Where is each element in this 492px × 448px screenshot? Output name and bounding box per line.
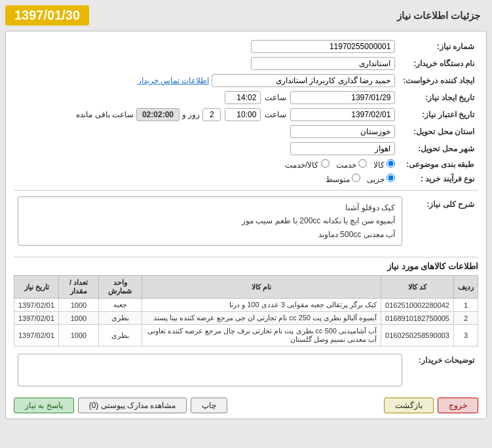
info-table: شماره نیاز: نام دستگاه خریدار: ایجاد کنن… xyxy=(14,38,478,186)
create-date-input[interactable] xyxy=(290,91,395,104)
table-row: 2 0168910182750005 آبمیوه آلبالو بطری پت… xyxy=(14,312,478,325)
city-cell xyxy=(14,140,399,157)
page-title: جزئیات اطلاعات نیاز xyxy=(390,7,487,24)
create-time-input[interactable] xyxy=(225,91,261,104)
left-buttons: خروج بازگشت xyxy=(384,398,478,413)
row2-unit: بطری xyxy=(98,312,142,325)
table-row: 3 0160250258590003 آب آشامیدنی 500 cc بط… xyxy=(14,325,478,346)
city-label: شهر محل تحویل: xyxy=(399,140,478,157)
row1-name: کیک برگر پرتقالی جعبه مقوایی 3 عددی 100 … xyxy=(142,299,381,312)
print-button[interactable]: چاپ xyxy=(191,398,227,413)
row2-name: آبمیوه آلبالو بطری پت 250 cc نام تجارتی … xyxy=(142,312,381,325)
expire-date-input[interactable] xyxy=(290,108,395,121)
row1-code: 0162510002280042 xyxy=(381,299,454,312)
row3-num: 3 xyxy=(454,325,478,346)
products-table: ردیف کد کالا نام کالا واحد شمارش تعداد /… xyxy=(14,275,478,346)
create-time-label: ساعت xyxy=(265,93,286,102)
notes-box xyxy=(18,354,402,386)
category-radio-kala-khedmat[interactable] xyxy=(321,159,330,168)
expire-date-label: تاریخ اعتبار نیاز: xyxy=(399,106,478,123)
category-cell: کالا خدمت کالا/خدمت xyxy=(14,157,399,172)
need-description-cell: کیک دوقلو آشنا آبمیوه سن ایچ یا نکدانه 2… xyxy=(14,195,406,253)
need-description-box: کیک دوقلو آشنا آبمیوه سن ایچ یا نکدانه 2… xyxy=(18,196,402,246)
purchase-type-radio-jozi[interactable] xyxy=(387,174,395,182)
col-unit: واحد شمارش xyxy=(98,276,142,299)
exit-button[interactable]: خروج xyxy=(438,398,478,413)
row1-date: 1397/02/01 xyxy=(14,299,59,312)
purchase-type-motavaset-text: متوسط xyxy=(326,175,350,184)
create-date-label: تاریخ ایجاد نیاز: xyxy=(399,89,478,106)
creator-input[interactable] xyxy=(212,74,395,87)
province-label: استان محل تحویل: xyxy=(399,123,478,140)
notes-cell xyxy=(14,352,406,394)
category-kala-text: کالا xyxy=(373,160,385,170)
category-option-kala-label: کالا xyxy=(373,159,395,170)
col-date: تاریخ نیاز xyxy=(14,276,59,299)
row2-qty: 1000 xyxy=(59,312,99,325)
remain-days-label: روز و xyxy=(182,110,200,119)
creator-label: ایجاد کننده درخواست: xyxy=(399,72,478,89)
row1-unit: جعبه xyxy=(98,299,142,312)
notes-label: توضیحات خریدار: xyxy=(406,352,478,394)
buyer-contact-link[interactable]: اطلاعات تماس خریدار xyxy=(138,76,210,85)
province-cell xyxy=(14,123,399,140)
purchase-type-label: نوع فرآیند خرید : xyxy=(399,172,478,186)
category-option-kala-khedmat-label: کالا/خدمت xyxy=(285,159,330,170)
divider-1 xyxy=(14,190,478,191)
main-card: شماره نیاز: نام دستگاه خریدار: ایجاد کنن… xyxy=(5,31,487,419)
expire-time-label: ساعت xyxy=(265,110,286,119)
buyer-org-cell xyxy=(14,55,399,72)
city-input[interactable] xyxy=(290,142,395,155)
col-row: ردیف xyxy=(454,276,478,299)
description-line-1: کیک دوقلو آشنا xyxy=(25,201,395,214)
purchase-type-jozi-label: جزیی xyxy=(367,174,395,184)
back-button[interactable]: بازگشت xyxy=(384,398,434,413)
purchase-type-jozi-text: جزیی xyxy=(367,175,385,184)
remain-time-label: ساعت باقی مانده xyxy=(76,110,134,119)
row2-code: 0168910182750005 xyxy=(381,312,454,325)
creator-cell: اطلاعات تماس خریدار xyxy=(14,72,399,89)
respond-button[interactable]: پاسخ به نیاز xyxy=(14,398,74,413)
row1-qty: 1000 xyxy=(59,299,99,312)
col-code: کد کالا xyxy=(381,276,454,299)
purchase-type-radio-motavaset[interactable] xyxy=(352,174,360,182)
remain-row: روز و 02:02:00 ساعت باقی مانده xyxy=(76,108,221,121)
category-option-khedmat-label: خدمت xyxy=(336,159,367,170)
buyer-org-input[interactable] xyxy=(251,57,395,70)
page-header: جزئیات اطلاعات نیاز 1397/01/30 xyxy=(5,5,487,26)
products-section-title: اطلاعات کالاهای مورد نیاز xyxy=(14,261,478,271)
remain-days-input xyxy=(202,108,221,121)
expire-time-input[interactable] xyxy=(225,108,261,121)
category-label: طبقه بندی موضوعی: xyxy=(399,157,478,172)
col-qty: تعداد / مقدار xyxy=(59,276,99,299)
row3-unit: بطری xyxy=(98,325,142,346)
need-description-label: شرح کلی نیاز: xyxy=(406,195,478,253)
purchase-type-motavaset-label: متوسط xyxy=(326,174,360,184)
right-buttons: چاپ مشاهده مدارک پیوستی (0) پاسخ به نیاز xyxy=(14,398,227,413)
need-number-cell xyxy=(14,38,399,55)
description-table: شرح کلی نیاز: کیک دوقلو آشنا آبمیوه سن ا… xyxy=(14,195,478,253)
need-number-label: شماره نیاز: xyxy=(399,38,478,55)
bottom-buttons: خروج بازگشت چاپ مشاهده مدارک پیوستی (0) … xyxy=(14,398,478,413)
expire-date-cell: ساعت روز و 02:02:00 ساعت باقی مانده xyxy=(14,106,399,123)
row2-num: 2 xyxy=(454,312,478,325)
notes-table: توضیحات خریدار: xyxy=(14,352,478,394)
category-radio-kala[interactable] xyxy=(387,159,395,168)
row2-date: 1397/02/01 xyxy=(14,312,59,325)
category-radio-khedmat[interactable] xyxy=(358,159,367,168)
purchase-type-radio-group: جزیی متوسط xyxy=(18,174,395,184)
header-date: 1397/01/30 xyxy=(5,5,89,26)
need-number-input[interactable] xyxy=(251,40,395,53)
category-kala-khedmat-text: کالا/خدمت xyxy=(285,160,318,170)
row3-date: 1397/02/01 xyxy=(14,325,59,346)
row3-code: 0160250258590003 xyxy=(381,325,454,346)
category-radio-group: کالا خدمت کالا/خدمت xyxy=(18,159,395,170)
row3-name: آب آشامیدنی 500 cc بطری پت نام تجارتی بر… xyxy=(142,325,381,346)
create-date-cell: ساعت xyxy=(14,89,399,106)
attachments-button[interactable]: مشاهده مدارک پیوستی (0) xyxy=(78,398,187,413)
description-line-2: آبمیوه سن ایچ یا نکدانه 200cc با طعم سیب… xyxy=(25,214,395,227)
row3-qty: 1000 xyxy=(59,325,99,346)
purchase-type-cell: جزیی متوسط xyxy=(14,172,399,186)
province-input[interactable] xyxy=(290,125,395,138)
col-name: نام کالا xyxy=(142,276,381,299)
